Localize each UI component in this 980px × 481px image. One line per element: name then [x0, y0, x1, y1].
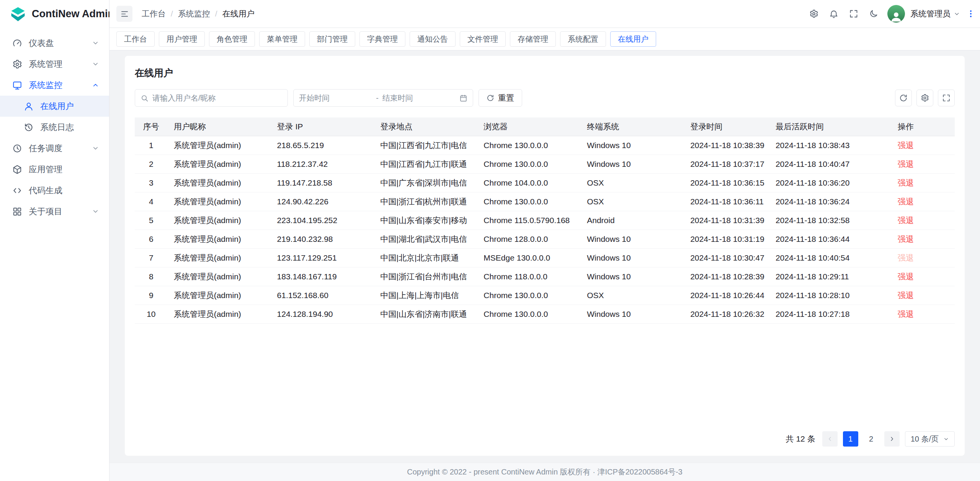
fullscreen-icon	[849, 9, 858, 18]
table-settings-button[interactable]	[916, 90, 933, 106]
settings-icon	[921, 94, 929, 102]
search-input[interactable]	[152, 94, 282, 103]
force-logout-link[interactable]: 强退	[898, 216, 914, 225]
moon-icon	[869, 9, 878, 18]
table-cell: 2024-11-18 10:28:10	[769, 286, 892, 305]
page-size-label: 10 条/页	[911, 434, 939, 444]
fullscreen-button[interactable]	[845, 5, 862, 22]
tab-item[interactable]: 通知公告	[410, 31, 456, 47]
sidebar-subitem[interactable]: 系统日志	[0, 117, 109, 138]
table-cell: 124.90.42.226	[271, 192, 374, 211]
table-refresh-button[interactable]	[895, 90, 912, 106]
monitor-icon	[12, 80, 22, 90]
force-logout-link[interactable]: 强退	[898, 141, 914, 150]
table-cell: 中国|山东省|济南市|联通	[374, 305, 477, 323]
sidebar-item[interactable]: 系统监控	[0, 75, 109, 96]
moon-button[interactable]	[865, 5, 882, 22]
pagination-page-button[interactable]: 2	[864, 431, 879, 447]
table-cell: 2024-11-18 10:26:32	[684, 305, 769, 323]
sidebar-item[interactable]: 代码生成	[0, 180, 109, 201]
table-cell: Chrome 130.0.0.0	[477, 155, 581, 173]
table-cell: Chrome 130.0.0.0	[477, 136, 581, 155]
sidebar-item-label: 代码生成	[29, 185, 99, 196]
sidebar-item[interactable]: 仪表盘	[0, 33, 109, 54]
breadcrumb-item[interactable]: 在线用户	[222, 8, 255, 19]
table-cell: Chrome 128.0.0.0	[477, 230, 581, 248]
tab-item[interactable]: 系统配置	[560, 31, 606, 47]
chevron-down-icon	[92, 208, 99, 215]
table-fullscreen-button[interactable]	[938, 90, 955, 106]
table-cell-action: 强退	[892, 286, 955, 305]
table-cell: 系统管理员(admin)	[168, 267, 271, 286]
tab-item[interactable]: 部门管理	[309, 31, 355, 47]
clock-icon	[12, 143, 22, 153]
pagination-next-button[interactable]	[884, 431, 900, 447]
search-box	[135, 89, 288, 107]
content-area: 在线用户 - 重置	[109, 51, 980, 463]
table-cell: 2024-11-18 10:31:19	[684, 230, 769, 248]
table-cell: 1	[135, 136, 168, 155]
table-cell: Chrome 130.0.0.0	[477, 192, 581, 211]
table-cell: 123.117.129.251	[271, 248, 374, 267]
more-icon[interactable]	[966, 9, 975, 18]
force-logout-link[interactable]: 强退	[898, 160, 914, 168]
table-cell: 2024-11-18 10:40:54	[769, 248, 892, 267]
table-cell: 2024-11-18 10:27:18	[769, 305, 892, 323]
table-cell: 2	[135, 155, 168, 173]
force-logout-link[interactable]: 强退	[898, 272, 914, 281]
table-cell: 系统管理员(admin)	[168, 192, 271, 211]
chevron-right-icon	[889, 435, 895, 442]
pagination-page-button[interactable]: 1	[843, 431, 858, 447]
sidebar-subitem[interactable]: 在线用户	[0, 96, 109, 117]
menu-fold-icon	[120, 10, 129, 18]
tab-item[interactable]: 存储管理	[510, 31, 556, 47]
force-logout-link[interactable]: 强退	[898, 235, 914, 243]
table-cell: Chrome 115.0.5790.168	[477, 211, 581, 230]
tab-item[interactable]: 菜单管理	[259, 31, 305, 47]
tab-item[interactable]: 工作台	[116, 31, 155, 47]
table-cell: Chrome 118.0.0.0	[477, 267, 581, 286]
user-menu-trigger[interactable]: 系统管理员	[910, 8, 960, 19]
sidebar-item-label: 系统监控	[29, 80, 85, 91]
column-header: 登录时间	[684, 117, 769, 136]
chevron-down-icon	[92, 60, 99, 68]
force-logout-link[interactable]: 强退	[898, 178, 914, 187]
avatar[interactable]	[887, 5, 905, 23]
tab-item[interactable]: 角色管理	[209, 31, 255, 47]
table-cell: 2024-11-18 10:28:39	[684, 267, 769, 286]
table-cell-action: 强退	[892, 267, 955, 286]
table-cell: 中国|山东省|泰安市|移动	[374, 211, 477, 230]
table-cell: 系统管理员(admin)	[168, 136, 271, 155]
table-cell: 223.104.195.252	[271, 211, 374, 230]
tab-item[interactable]: 文件管理	[460, 31, 506, 47]
table-cell: 2024-11-18 10:38:43	[769, 136, 892, 155]
reset-button[interactable]: 重置	[479, 89, 522, 107]
tab-item[interactable]: 用户管理	[159, 31, 205, 47]
date-start-input[interactable]	[299, 94, 372, 103]
settings-button[interactable]	[805, 5, 822, 22]
bell-icon	[829, 9, 838, 18]
force-logout-link[interactable]: 强退	[898, 310, 914, 318]
sidebar-item[interactable]: 关于项目	[0, 201, 109, 222]
breadcrumb-item[interactable]: 工作台	[142, 8, 166, 19]
sidebar-item-label: 任务调度	[29, 143, 85, 154]
sidebar-collapse-button[interactable]	[116, 6, 132, 22]
date-end-input[interactable]	[382, 94, 456, 103]
chevron-down-icon	[92, 145, 99, 152]
table-cell: 2024-11-18 10:32:58	[769, 211, 892, 230]
column-header: 操作	[892, 117, 955, 136]
page-title: 在线用户	[135, 67, 955, 79]
app-logo[interactable]: ContiNew Admin	[0, 0, 109, 28]
bell-button[interactable]	[825, 5, 842, 22]
sidebar-item[interactable]: 应用管理	[0, 159, 109, 180]
sidebar-item[interactable]: 系统管理	[0, 54, 109, 75]
tab-item[interactable]: 字典管理	[359, 31, 405, 47]
table-row: 10系统管理员(admin)124.128.194.90中国|山东省|济南市|联…	[135, 305, 955, 323]
tab-active[interactable]: 在线用户	[610, 31, 656, 47]
page-size-select[interactable]: 10 条/页	[905, 431, 955, 447]
force-logout-link[interactable]: 强退	[898, 197, 914, 206]
sidebar-item[interactable]: 任务调度	[0, 138, 109, 159]
date-range-picker[interactable]: -	[293, 89, 473, 107]
breadcrumb-item[interactable]: 系统监控	[178, 8, 210, 19]
force-logout-link[interactable]: 强退	[898, 291, 914, 300]
